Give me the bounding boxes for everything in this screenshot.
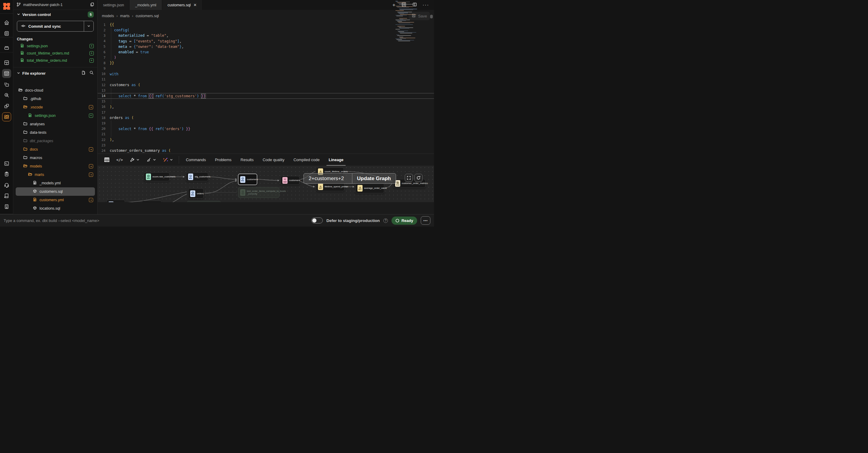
code-line-13[interactable]: 13 (98, 88, 434, 93)
changelog-icon[interactable] (2, 29, 11, 38)
build-tools-icon[interactable] (126, 157, 143, 162)
tree-item-.github[interactable]: .github (16, 95, 95, 103)
lineage-node-customers_sem[interactable]: SEM customers (280, 176, 300, 185)
code-line-20[interactable]: 20 select * from {{ ref('orders') }} (98, 126, 434, 132)
lineage-canvas[interactable]: SRC ecom.raw_customersMDL stg_customersM… (98, 166, 434, 202)
tree-item-customers.sql[interactable]: customers.sql (16, 187, 95, 196)
dashboard-icon[interactable] (2, 58, 11, 67)
tree-item-settings.json[interactable]: settings.json+ (16, 111, 95, 120)
code-line-2[interactable]: 2 config( (98, 27, 434, 33)
tree-item-customers.yml[interactable]: customers.yml (16, 196, 95, 204)
inbox-icon[interactable] (2, 43, 11, 52)
lineage-node-average_order_value[interactable]: MET average_order_value (355, 183, 384, 193)
code-line-21[interactable]: 21 (98, 132, 434, 137)
code-line-22[interactable]: 22), (98, 137, 434, 142)
update-graph-button[interactable]: Update Graph (352, 173, 396, 184)
code-line-19[interactable]: 19 (98, 121, 434, 126)
new-file-icon[interactable] (81, 70, 86, 76)
tree-item-analyses[interactable]: analyses (16, 120, 95, 128)
git-branch-row[interactable]: matthewshaver-patch-1 (13, 0, 97, 10)
tree-item-.vscode[interactable]: .vscode (16, 103, 95, 111)
code-line-6[interactable]: 6 enabled = true (98, 50, 434, 55)
stage-plus-icon[interactable]: + (90, 44, 94, 48)
code-line-9[interactable]: 9 (98, 66, 434, 71)
code-line-10[interactable]: 10with (98, 71, 434, 77)
editor-tab-_models.yml[interactable]: _models.yml (130, 0, 162, 10)
copy-icon[interactable] (90, 2, 94, 7)
tree-item-macros[interactable]: macros (16, 154, 95, 162)
lineage-query-input[interactable]: 2+customers+2 (304, 173, 352, 184)
panel-tab-Compiled code[interactable]: Compiled code (289, 154, 324, 166)
ai-assist-icon[interactable] (159, 157, 176, 162)
panel-tab-Lineage[interactable]: Lineage (324, 154, 348, 166)
code-line-17[interactable]: 17 (98, 110, 434, 115)
code-editor[interactable]: 1{{2 config(3 materialized = "table",4 t… (98, 22, 434, 154)
terminal-icon[interactable] (2, 159, 11, 168)
code-line-11[interactable]: 11 (98, 77, 434, 82)
editor-tab-customers.sql[interactable]: customers.sql✕ (162, 0, 203, 10)
code-editor-icon[interactable] (2, 69, 11, 78)
tree-item-docs-cloud[interactable]: docs-cloud (16, 86, 95, 95)
code-line-16[interactable]: 16), (98, 104, 434, 110)
code-line-8[interactable]: 8}} (98, 60, 434, 66)
breadcrumb[interactable]: models›marts›customers.sql (102, 14, 159, 18)
panel-tab-Code quality[interactable]: Code quality (258, 154, 289, 166)
code-line-15[interactable]: 15 (98, 99, 434, 104)
breadcrumb-item[interactable]: customers.sql (135, 14, 159, 18)
building-icon[interactable] (2, 202, 11, 211)
lineage-node-test_order_items[interactable]: TST test_order_items_compute_to_bools _c… (238, 187, 279, 198)
tree-item-_models.yml[interactable]: _models.yml (16, 179, 95, 187)
tree-item-dbt_packages[interactable]: dbt_packages (16, 137, 95, 145)
editor-tab-settings.json[interactable]: settings.json (98, 0, 130, 10)
select-region-icon[interactable] (2, 80, 11, 89)
change-item[interactable]: total_lifetime_orders.md + (13, 57, 97, 64)
home-icon[interactable] (2, 18, 11, 27)
code-line-12[interactable]: 12customers as ( (98, 82, 434, 88)
lineage-node-customers_mdl[interactable]: MDL customers (238, 174, 257, 185)
help-icon[interactable]: ? (383, 218, 388, 223)
defer-toggle[interactable] (311, 218, 323, 224)
tree-item-data-tests[interactable]: data-tests (16, 128, 95, 137)
cleanup-icon[interactable] (143, 157, 159, 162)
breadcrumb-item[interactable]: marts (120, 14, 129, 18)
panel-tab-Results[interactable]: Results (236, 154, 258, 166)
code-line-3[interactable]: 3 materialized = "table", (98, 33, 434, 38)
commit-options-caret[interactable] (84, 21, 93, 31)
panel-tab-Commands[interactable]: Commands (181, 154, 210, 166)
atom-icon[interactable] (2, 112, 11, 121)
tree-item-docs[interactable]: docs (16, 145, 95, 154)
lineage-node-stg_customers[interactable]: MDL stg_customers (186, 172, 208, 181)
close-icon[interactable]: ✕ (193, 3, 197, 7)
code-line-1[interactable]: 1{{ (98, 22, 434, 27)
headset-icon[interactable] (2, 181, 11, 190)
change-item[interactable]: settings.json + (13, 42, 97, 50)
tree-item-marts[interactable]: marts (16, 170, 95, 179)
dbt-logo[interactable] (2, 2, 11, 11)
new-tab-icon[interactable]: + (393, 2, 396, 8)
command-input[interactable]: Type a command, ex. dbt build --select <… (4, 218, 308, 223)
windows-icon[interactable] (2, 101, 11, 110)
lineage-node-order_items[interactable]: MDL order_items (142, 201, 162, 202)
code-line-7[interactable]: 7 ) (98, 55, 434, 60)
statusbar-more-button[interactable]: ••• (421, 216, 430, 225)
breadcrumb-item[interactable]: models (102, 14, 114, 18)
query-analysis-icon[interactable] (2, 91, 11, 100)
file-search-icon[interactable] (89, 70, 94, 76)
code-line-18[interactable]: 18orders as ( (98, 115, 434, 121)
change-item[interactable]: count_lifetime_orders.md + (13, 50, 97, 57)
commit-and-sync-main[interactable]: Commit and sync (17, 21, 84, 31)
lineage-node-test_supply_costs[interactable]: TST test_supply_costs_sum_correctly (187, 201, 221, 202)
lineage-node-raw_customers[interactable]: SRC ecom.raw_customers (144, 172, 170, 181)
code-line-24[interactable]: 24customer_orders_summary as ( (98, 148, 434, 153)
version-control-header[interactable]: Version control 5 (13, 10, 97, 19)
code-line-4[interactable]: 4 tags = ["events", "staging"], (98, 38, 434, 44)
minimap[interactable] (396, 1, 415, 41)
stage-plus-icon[interactable]: + (90, 58, 94, 63)
status-badge[interactable]: Ready (392, 217, 417, 225)
editor-scrollbar-thumb[interactable] (430, 15, 433, 19)
code-line-14[interactable]: 14 select * from {{ ref('stg_customers')… (98, 93, 434, 98)
results-table-icon[interactable] (101, 157, 113, 162)
refresh-icon[interactable] (414, 174, 423, 182)
code-icon[interactable]: </> (113, 158, 126, 162)
code-line-23[interactable]: 23 (98, 142, 434, 148)
